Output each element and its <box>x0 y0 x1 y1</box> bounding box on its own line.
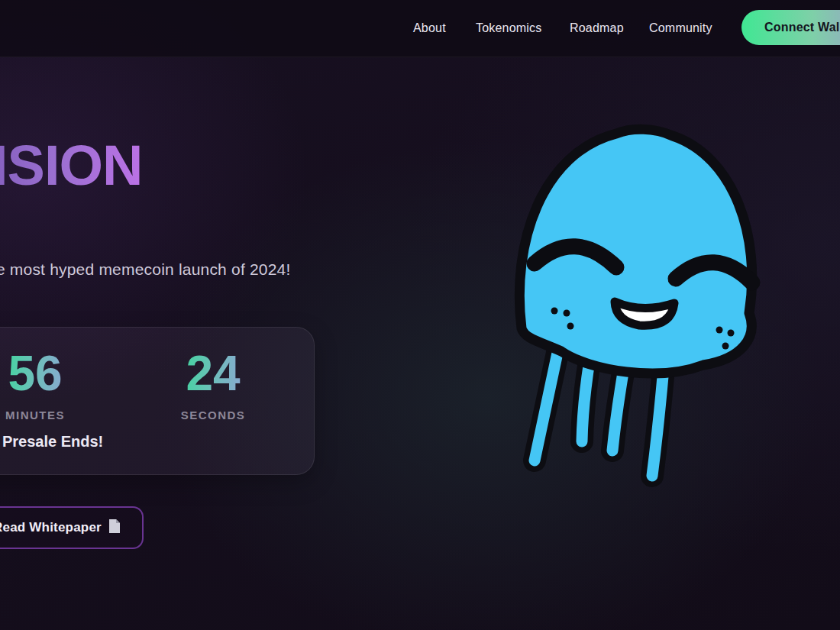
landing-page: About Tokenomics Roadmap Community Conne… <box>0 0 840 630</box>
navbar: About Tokenomics Roadmap Community Conne… <box>0 0 840 57</box>
hero-tagline: The most hyped memecoin launch of 2024! <box>0 260 291 279</box>
document-icon <box>108 519 120 537</box>
connect-wallet-button[interactable]: Connect Wallet <box>741 10 840 45</box>
mascot-mouth <box>615 302 674 325</box>
countdown-minutes: 56 MINUTES <box>0 349 82 422</box>
nav-link-about[interactable]: About <box>413 21 446 35</box>
read-whitepaper-button[interactable]: Read Whitepaper <box>0 506 144 549</box>
nav-link-tokenomics[interactable]: Tokenomics <box>476 21 541 35</box>
countdown-minutes-value: 56 <box>0 349 82 398</box>
countdown-seconds: 24 SECONDS <box>166 349 260 422</box>
countdown-seconds-label: SECONDS <box>166 409 260 422</box>
jellyfish-mascot <box>500 113 783 495</box>
countdown-minutes-label: MINUTES <box>0 409 82 422</box>
nav-link-roadmap[interactable]: Roadmap <box>570 21 624 35</box>
presale-countdown-card: 56 MINUTES 24 SECONDS Until Presale Ends… <box>0 327 315 475</box>
presale-ends-note: Until Presale Ends! <box>0 433 103 451</box>
page-viewport: About Tokenomics Roadmap Community Conne… <box>0 0 840 630</box>
nav-link-community[interactable]: Community <box>649 21 712 35</box>
read-whitepaper-label: Read Whitepaper <box>0 520 102 535</box>
hero-title: ISION <box>0 137 142 194</box>
countdown-seconds-value: 24 <box>166 349 260 398</box>
